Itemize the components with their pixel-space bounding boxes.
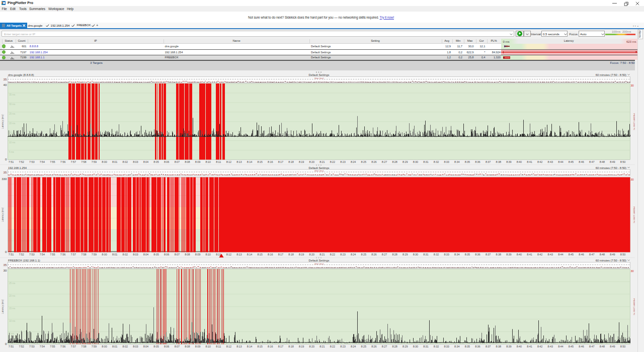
svg-text:8:22: 8:22 [330,345,335,348]
svg-text:7:55: 7:55 [50,345,55,348]
svg-text:8:37: 8:37 [486,345,491,348]
svg-text:8:24: 8:24 [351,253,356,256]
svg-text:7:57: 7:57 [71,253,76,256]
svg-text:8:00: 8:00 [102,345,107,348]
svg-text:8:08: 8:08 [185,345,190,348]
svg-text:8:33: 8:33 [444,253,449,256]
svg-text:8:35: 8:35 [465,160,470,163]
svg-text:192.168.1.254: 192.168.1.254 [8,166,27,169]
svg-text:8:20: 8:20 [309,253,314,256]
svg-text:7:53: 7:53 [29,253,34,256]
svg-text:8:37: 8:37 [486,160,491,163]
svg-text:8:47: 8:47 [589,253,594,256]
svg-text:30: 30 [4,269,7,272]
svg-text:30: 30 [631,84,634,87]
svg-text:8:40: 8:40 [517,253,522,256]
svg-text:40: 40 [4,83,7,86]
svg-text:8:47: 8:47 [589,345,594,348]
svg-text:8:31: 8:31 [423,253,428,256]
svg-text:8:44: 8:44 [558,160,563,163]
svg-text:7:57: 7:57 [71,160,76,163]
svg-text:8:05: 8:05 [153,160,158,163]
svg-text:8:41: 8:41 [527,253,532,256]
svg-text:8:09: 8:09 [195,160,200,163]
svg-text:7:53: 7:53 [29,160,34,163]
svg-text:8:34: 8:34 [454,345,459,348]
svg-text:30 ms: 30 ms [9,103,16,106]
svg-text:8:50: 8:50 [620,160,625,163]
svg-text:8:36: 8:36 [475,345,480,348]
svg-text:25 ms: 25 ms [9,282,16,285]
svg-text:8:10: 8:10 [205,345,210,348]
svg-text:8:05: 8:05 [153,253,158,256]
svg-text:7:58: 7:58 [81,160,86,163]
svg-text:8:50: 8:50 [620,253,625,256]
svg-text:0: 0 [5,250,7,253]
svg-text:8:23: 8:23 [340,253,345,256]
svg-text:8:12: 8:12 [226,345,231,348]
svg-text:7:54: 7:54 [40,345,45,348]
svg-text:8:22: 8:22 [330,160,335,163]
svg-text:8:30: 8:30 [413,345,418,348]
svg-text:8:46: 8:46 [579,253,584,256]
svg-text:5 ms: 5 ms [9,151,15,153]
svg-text:35 ms: 35 ms [9,94,16,96]
svg-text:8:19: 8:19 [299,253,304,256]
svg-text:8:43: 8:43 [548,160,553,163]
svg-text:Latency (ms): Latency (ms) [1,114,4,129]
svg-text:7:59: 7:59 [92,345,97,348]
svg-text:8:40: 8:40 [517,160,522,163]
svg-text:8:13: 8:13 [236,160,242,163]
svg-text:7:55: 7:55 [50,160,55,163]
svg-text:8:00: 8:00 [102,160,107,163]
svg-text:8:20: 8:20 [309,345,314,348]
svg-text:8:23: 8:23 [340,160,345,163]
svg-text:8:07: 8:07 [175,345,180,348]
svg-text:8:28: 8:28 [392,160,397,163]
svg-text:8:03: 8:03 [133,160,138,163]
svg-text:7:59: 7:59 [92,160,97,163]
svg-text:8:37: 8:37 [486,253,491,256]
svg-text:8:10: 8:10 [205,253,210,256]
svg-text:0: 0 [5,342,7,345]
svg-text:8:06: 8:06 [164,253,169,256]
svg-text:8:15: 8:15 [257,160,262,163]
svg-text:8:18: 8:18 [288,345,293,348]
svg-text:8:06: 8:06 [164,345,169,348]
svg-text:8:13: 8:13 [236,253,242,256]
svg-text:7:54: 7:54 [40,253,45,256]
svg-text:FREEBOX (192.168.1.1): FREEBOX (192.168.1.1) [8,259,40,262]
svg-text:8:28: 8:28 [392,345,397,348]
svg-text:8:38: 8:38 [496,345,501,348]
svg-text:60 minutes (7:50 - 8:50): 60 minutes (7:50 - 8:50) [596,259,626,262]
svg-text:7:52: 7:52 [19,160,24,163]
svg-text:8:27: 8:27 [382,345,387,348]
svg-text:8:38: 8:38 [496,160,501,163]
svg-text:8:35: 8:35 [465,253,470,256]
svg-text:8:32: 8:32 [434,253,439,256]
svg-text:Jitter (ms): Jitter (ms) [314,262,324,265]
svg-text:Default Settings: Default Settings [309,73,330,76]
svg-text:8:24: 8:24 [351,345,356,348]
svg-text:7:52: 7:52 [19,345,24,348]
svg-text:8:39: 8:39 [506,160,511,163]
svg-text:20 ms: 20 ms [9,122,16,125]
svg-text:8:42: 8:42 [537,345,542,348]
svg-text:8:26: 8:26 [371,160,376,163]
svg-text:8:29: 8:29 [403,345,408,348]
svg-text:8:08: 8:08 [185,160,190,163]
svg-text:60 minutes (7:50 - 8:50): 60 minutes (7:50 - 8:50) [596,166,626,169]
svg-text:35: 35 [4,263,7,267]
svg-text:7:52: 7:52 [19,253,24,256]
svg-text:8:17: 8:17 [278,345,283,348]
svg-text:35: 35 [4,170,7,174]
svg-text:8:08: 8:08 [185,253,190,256]
svg-text:8:23: 8:23 [340,345,345,348]
svg-text:8:31: 8:31 [423,345,428,348]
svg-text:8:16: 8:16 [268,345,273,348]
svg-text:8:02: 8:02 [123,160,128,163]
svg-text:8:41: 8:41 [527,160,532,163]
svg-text:8:22: 8:22 [330,253,335,256]
svg-text:8:14: 8:14 [247,160,252,163]
svg-text:8:27: 8:27 [382,253,387,256]
